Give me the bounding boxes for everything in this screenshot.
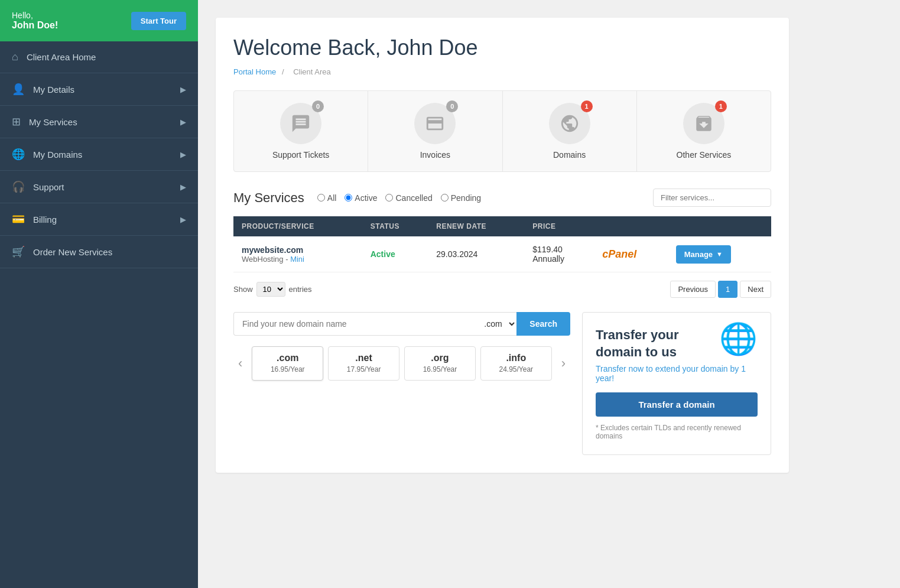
carousel-next-button[interactable]: › (557, 353, 570, 373)
sidebar-item-support[interactable]: 🎧 Support ▶ (0, 171, 198, 203)
table-body: mywebsite.com WebHosting - Mini Active 2… (233, 236, 771, 272)
tld-select[interactable]: .com .net .org .info (477, 312, 516, 336)
previous-button[interactable]: Previous (670, 281, 716, 298)
stat-domains[interactable]: 1 Domains (503, 91, 637, 171)
sidebar-item-label: My Details (33, 85, 74, 95)
chevron-right-icon: ▶ (180, 118, 186, 126)
services-section-header: My Services All Active Cancelled Pending (233, 189, 771, 207)
tld-price: 16.95/Year (271, 365, 305, 373)
other-services-label: Other Services (677, 150, 732, 160)
tld-name: .net (337, 353, 391, 363)
sidebar-item-label: Client Area Home (27, 52, 96, 62)
start-tour-button[interactable]: Start Tour (131, 12, 186, 30)
sidebar: Hello, John Doe! Start Tour ⌂ Client Are… (0, 0, 198, 588)
filter-active[interactable]: Active (345, 193, 377, 203)
tld-card-org[interactable]: .org 16.95/Year (404, 346, 476, 381)
show-label: Show (233, 285, 253, 294)
billing-icon: 💳 (12, 213, 25, 226)
carousel-prev-button[interactable]: ‹ (233, 353, 247, 373)
service-sub: WebHosting - Mini (242, 255, 354, 264)
tld-card-net[interactable]: .net 17.95/Year (328, 346, 399, 381)
sidebar-item-my-domains[interactable]: 🌐 My Domains ▶ (0, 138, 198, 171)
transfer-box: Transfer your domain to us 🌐 Transfer no… (582, 312, 771, 455)
sidebar-item-my-details[interactable]: 👤 My Details ▶ (0, 73, 198, 106)
globe-icon: 🌐 (12, 148, 25, 161)
tld-name: .org (413, 353, 467, 363)
sidebar-item-client-area-home[interactable]: ⌂ Client Area Home (0, 41, 198, 73)
show-entries: Show 10 25 50 entries (233, 282, 312, 297)
breadcrumb-separator: / (282, 67, 284, 76)
service-status-cell: Active (362, 236, 428, 272)
tld-card-info[interactable]: .info 24.95/Year (480, 346, 552, 381)
box-icon (694, 113, 714, 134)
transfer-sub: Transfer now to extend your domain by 1 … (596, 364, 758, 383)
services-filter-input[interactable] (653, 189, 771, 207)
other-services-badge: 1 (715, 100, 727, 112)
filter-pending[interactable]: Pending (441, 193, 481, 203)
service-plan-link[interactable]: Mini (290, 255, 304, 264)
tld-price: 17.95/Year (347, 365, 381, 373)
tld-name: .info (489, 353, 543, 363)
support-tickets-label: Support Tickets (272, 150, 330, 160)
sidebar-item-label: My Services (29, 117, 77, 127)
manage-dropdown-icon: ▼ (716, 251, 723, 258)
sidebar-item-my-services[interactable]: ⊞ My Services ▶ (0, 106, 198, 138)
sidebar-nav: ⌂ Client Area Home 👤 My Details ▶ ⊞ My S… (0, 41, 198, 268)
cpanel-logo: cPanel (602, 248, 636, 260)
domain-search-button[interactable]: Search (516, 312, 570, 336)
sidebar-greeting: Hello, John Doe! (12, 11, 58, 31)
service-period: Annually (532, 254, 564, 264)
filter-all[interactable]: All (317, 193, 337, 203)
entries-suffix: entries (289, 285, 312, 294)
tld-card-com[interactable]: .com 16.95/Year (252, 346, 323, 381)
tld-name: .com (261, 353, 314, 363)
chevron-right-icon: ▶ (180, 183, 186, 191)
service-price-cell: $119.40 Annually (524, 236, 594, 272)
invoice-icon (425, 113, 445, 134)
entries-select[interactable]: 10 25 50 (256, 282, 285, 297)
service-price: $119.40 (532, 245, 563, 254)
domains-badge: 1 (581, 100, 593, 112)
stat-other-services[interactable]: 1 Other Services (637, 91, 771, 171)
sidebar-user-info: Hello, John Doe! (12, 11, 58, 31)
col-status: STATUS (362, 216, 428, 236)
support-icon: 🎧 (12, 180, 25, 193)
transfer-domain-button[interactable]: Transfer a domain (596, 392, 758, 417)
stat-support-tickets[interactable]: 0 Support Tickets (234, 91, 368, 171)
page-1-button[interactable]: 1 (718, 281, 737, 298)
invoices-badge: 0 (446, 100, 458, 112)
breadcrumb: Portal Home / Client Area (233, 67, 771, 76)
sidebar-item-order-new-services[interactable]: 🛒 Order New Services (0, 236, 198, 268)
next-button[interactable]: Next (740, 281, 771, 298)
table-head: PRODUCT/SERVICE STATUS RENEW DATE PRICE (233, 216, 771, 236)
filter-cancelled-radio[interactable] (385, 194, 393, 202)
domain-search-input[interactable] (233, 312, 477, 336)
chat-icon (291, 113, 311, 134)
chevron-right-icon: ▶ (180, 215, 186, 224)
filter-pending-radio[interactable] (441, 194, 449, 202)
stats-row: 0 Support Tickets 0 Invoices (233, 90, 771, 172)
service-action-cell: Manage ▼ (668, 236, 771, 272)
manage-button[interactable]: Manage ▼ (676, 245, 731, 264)
chevron-right-icon: ▶ (180, 85, 186, 94)
breadcrumb-portal-home[interactable]: Portal Home (233, 67, 276, 76)
filter-active-radio[interactable] (345, 194, 352, 202)
filter-cancelled[interactable]: Cancelled (385, 193, 432, 203)
cart-icon: 🛒 (12, 245, 25, 258)
user-icon: 👤 (12, 83, 25, 96)
services-table: PRODUCT/SERVICE STATUS RENEW DATE PRICE … (233, 216, 771, 272)
breadcrumb-current: Client Area (293, 67, 331, 76)
filter-all-radio[interactable] (317, 194, 325, 202)
domains-label: Domains (553, 150, 586, 160)
sidebar-item-billing[interactable]: 💳 Billing ▶ (0, 203, 198, 236)
stat-icon-wrap: 0 (280, 103, 321, 144)
grid-icon: ⊞ (12, 115, 21, 128)
invoices-label: Invoices (420, 150, 450, 160)
services-title: My Services (233, 190, 304, 206)
domain-search-left: .com .net .org .info Search ‹ .com 16.95… (233, 312, 570, 455)
stat-invoices[interactable]: 0 Invoices (368, 91, 502, 171)
transfer-note: * Excludes certain TLDs and recently ren… (596, 424, 758, 440)
col-provider (594, 216, 667, 236)
main-content: Welcome Back, John Doe Portal Home / Cli… (198, 0, 900, 588)
sidebar-item-label: Order New Services (33, 247, 112, 257)
